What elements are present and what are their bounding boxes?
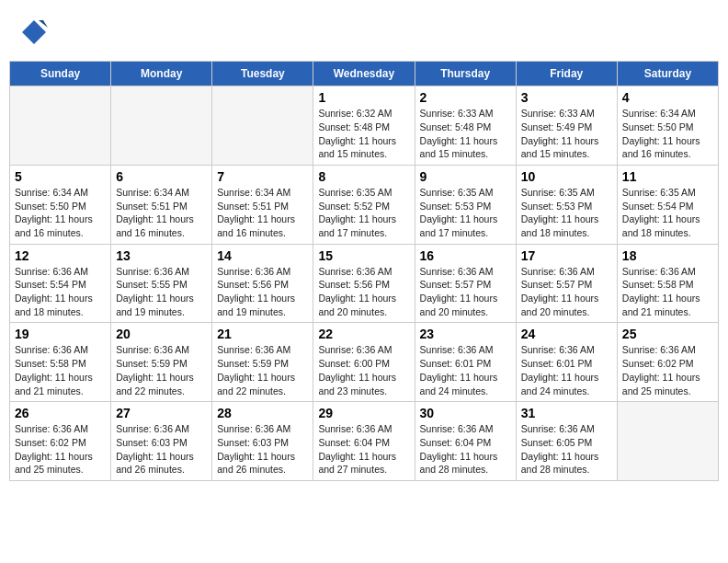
- weekday-header-sunday: Sunday: [10, 62, 111, 86]
- day-number: 24: [521, 327, 612, 341]
- calendar-cell: 3Sunrise: 6:33 AM Sunset: 5:49 PM Daylig…: [516, 86, 617, 166]
- day-info: Sunrise: 6:33 AM Sunset: 5:49 PM Dayligh…: [521, 107, 612, 161]
- calendar-cell: 6Sunrise: 6:34 AM Sunset: 5:51 PM Daylig…: [111, 165, 212, 244]
- calendar-cell: 14Sunrise: 6:36 AM Sunset: 5:56 PM Dayli…: [212, 244, 313, 323]
- day-number: 6: [116, 169, 207, 184]
- calendar-cell: 9Sunrise: 6:35 AM Sunset: 5:53 PM Daylig…: [415, 165, 516, 244]
- day-info: Sunrise: 6:36 AM Sunset: 5:57 PM Dayligh…: [521, 265, 612, 319]
- calendar-cell: 26Sunrise: 6:36 AM Sunset: 6:02 PM Dayli…: [10, 402, 111, 481]
- calendar-cell: 5Sunrise: 6:34 AM Sunset: 5:50 PM Daylig…: [10, 165, 111, 244]
- day-info: Sunrise: 6:36 AM Sunset: 6:03 PM Dayligh…: [116, 422, 207, 477]
- calendar-cell: 15Sunrise: 6:36 AM Sunset: 5:56 PM Dayli…: [313, 244, 415, 323]
- logo: [18, 18, 48, 51]
- day-number: 17: [521, 248, 612, 263]
- day-info: Sunrise: 6:36 AM Sunset: 5:59 PM Dayligh…: [217, 343, 308, 397]
- calendar-cell: 18Sunrise: 6:36 AM Sunset: 5:58 PM Dayli…: [617, 244, 718, 323]
- day-number: 30: [420, 406, 511, 420]
- calendar-cell: 2Sunrise: 6:33 AM Sunset: 5:48 PM Daylig…: [415, 86, 516, 166]
- weekday-header-saturday: Saturday: [617, 62, 718, 86]
- calendar-cell: 21Sunrise: 6:36 AM Sunset: 5:59 PM Dayli…: [212, 323, 313, 402]
- day-info: Sunrise: 6:32 AM Sunset: 5:48 PM Dayligh…: [318, 107, 409, 161]
- day-info: Sunrise: 6:36 AM Sunset: 6:02 PM Dayligh…: [15, 422, 106, 477]
- day-info: Sunrise: 6:36 AM Sunset: 6:04 PM Dayligh…: [420, 422, 511, 477]
- calendar-table: SundayMondayTuesdayWednesdayThursdayFrid…: [9, 61, 719, 481]
- day-number: 22: [318, 327, 409, 341]
- day-info: Sunrise: 6:36 AM Sunset: 5:56 PM Dayligh…: [217, 265, 308, 319]
- svg-marker-0: [22, 20, 46, 44]
- day-number: 15: [318, 248, 409, 263]
- day-info: Sunrise: 6:36 AM Sunset: 6:02 PM Dayligh…: [622, 343, 713, 397]
- day-info: Sunrise: 6:36 AM Sunset: 6:03 PM Dayligh…: [217, 422, 308, 477]
- calendar-cell: 8Sunrise: 6:35 AM Sunset: 5:52 PM Daylig…: [313, 165, 415, 244]
- calendar-cell: 31Sunrise: 6:36 AM Sunset: 6:05 PM Dayli…: [516, 402, 617, 481]
- day-info: Sunrise: 6:36 AM Sunset: 6:01 PM Dayligh…: [420, 343, 511, 397]
- calendar-cell: 17Sunrise: 6:36 AM Sunset: 5:57 PM Dayli…: [516, 244, 617, 323]
- calendar-cell: 13Sunrise: 6:36 AM Sunset: 5:55 PM Dayli…: [111, 244, 212, 323]
- day-number: 7: [217, 169, 308, 184]
- day-number: 26: [15, 406, 106, 420]
- weekday-header-thursday: Thursday: [415, 62, 516, 86]
- calendar-cell: 12Sunrise: 6:36 AM Sunset: 5:54 PM Dayli…: [10, 244, 111, 323]
- day-info: Sunrise: 6:34 AM Sunset: 5:51 PM Dayligh…: [217, 186, 308, 240]
- day-info: Sunrise: 6:36 AM Sunset: 6:04 PM Dayligh…: [318, 422, 409, 477]
- day-number: 5: [15, 169, 106, 184]
- calendar-cell: 19Sunrise: 6:36 AM Sunset: 5:58 PM Dayli…: [10, 323, 111, 402]
- day-info: Sunrise: 6:35 AM Sunset: 5:53 PM Dayligh…: [521, 186, 612, 240]
- day-number: 21: [217, 327, 308, 341]
- calendar-cell: [617, 402, 718, 481]
- weekday-header-friday: Friday: [516, 62, 617, 86]
- logo-icon: [20, 18, 48, 46]
- day-number: 11: [622, 169, 713, 184]
- day-number: 20: [116, 327, 207, 341]
- day-number: 19: [15, 327, 106, 341]
- day-number: 4: [622, 90, 713, 105]
- day-info: Sunrise: 6:36 AM Sunset: 5:54 PM Dayligh…: [15, 265, 106, 319]
- day-number: 25: [622, 327, 713, 341]
- day-number: 8: [318, 169, 409, 184]
- page-header: [9, 9, 719, 55]
- calendar-cell: 29Sunrise: 6:36 AM Sunset: 6:04 PM Dayli…: [313, 402, 415, 481]
- week-row-5: 26Sunrise: 6:36 AM Sunset: 6:02 PM Dayli…: [10, 402, 719, 481]
- calendar-cell: 7Sunrise: 6:34 AM Sunset: 5:51 PM Daylig…: [212, 165, 313, 244]
- day-number: 28: [217, 406, 308, 420]
- day-number: 13: [116, 248, 207, 263]
- calendar-cell: 28Sunrise: 6:36 AM Sunset: 6:03 PM Dayli…: [212, 402, 313, 481]
- day-number: 29: [318, 406, 409, 420]
- day-info: Sunrise: 6:36 AM Sunset: 6:05 PM Dayligh…: [521, 422, 612, 477]
- day-number: 9: [420, 169, 511, 184]
- day-number: 12: [15, 248, 106, 263]
- day-number: 1: [318, 90, 409, 105]
- day-number: 27: [116, 406, 207, 420]
- day-info: Sunrise: 6:33 AM Sunset: 5:48 PM Dayligh…: [420, 107, 511, 161]
- day-info: Sunrise: 6:36 AM Sunset: 5:56 PM Dayligh…: [318, 265, 409, 319]
- calendar-cell: 1Sunrise: 6:32 AM Sunset: 5:48 PM Daylig…: [313, 86, 415, 166]
- day-info: Sunrise: 6:36 AM Sunset: 5:58 PM Dayligh…: [622, 265, 713, 319]
- calendar-cell: [111, 86, 212, 166]
- calendar-cell: [212, 86, 313, 166]
- calendar-cell: 25Sunrise: 6:36 AM Sunset: 6:02 PM Dayli…: [617, 323, 718, 402]
- day-number: 2: [420, 90, 511, 105]
- week-row-4: 19Sunrise: 6:36 AM Sunset: 5:58 PM Dayli…: [10, 323, 719, 402]
- day-info: Sunrise: 6:35 AM Sunset: 5:54 PM Dayligh…: [622, 186, 713, 240]
- day-number: 10: [521, 169, 612, 184]
- calendar-cell: 20Sunrise: 6:36 AM Sunset: 5:59 PM Dayli…: [111, 323, 212, 402]
- day-info: Sunrise: 6:35 AM Sunset: 5:52 PM Dayligh…: [318, 186, 409, 240]
- day-info: Sunrise: 6:36 AM Sunset: 5:59 PM Dayligh…: [116, 343, 207, 397]
- day-info: Sunrise: 6:34 AM Sunset: 5:51 PM Dayligh…: [116, 186, 207, 240]
- calendar-cell: 24Sunrise: 6:36 AM Sunset: 6:01 PM Dayli…: [516, 323, 617, 402]
- day-number: 31: [521, 406, 612, 420]
- day-number: 3: [521, 90, 612, 105]
- calendar-cell: 10Sunrise: 6:35 AM Sunset: 5:53 PM Dayli…: [516, 165, 617, 244]
- weekday-header-row: SundayMondayTuesdayWednesdayThursdayFrid…: [10, 62, 719, 86]
- calendar-cell: 22Sunrise: 6:36 AM Sunset: 6:00 PM Dayli…: [313, 323, 415, 402]
- day-number: 18: [622, 248, 713, 263]
- calendar-cell: 27Sunrise: 6:36 AM Sunset: 6:03 PM Dayli…: [111, 402, 212, 481]
- calendar-cell: 11Sunrise: 6:35 AM Sunset: 5:54 PM Dayli…: [617, 165, 718, 244]
- day-number: 23: [420, 327, 511, 341]
- day-info: Sunrise: 6:36 AM Sunset: 5:57 PM Dayligh…: [420, 265, 511, 319]
- calendar-cell: [10, 86, 111, 166]
- weekday-header-monday: Monday: [111, 62, 212, 86]
- weekday-header-wednesday: Wednesday: [313, 62, 415, 86]
- day-info: Sunrise: 6:34 AM Sunset: 5:50 PM Dayligh…: [622, 107, 713, 161]
- day-info: Sunrise: 6:35 AM Sunset: 5:53 PM Dayligh…: [420, 186, 511, 240]
